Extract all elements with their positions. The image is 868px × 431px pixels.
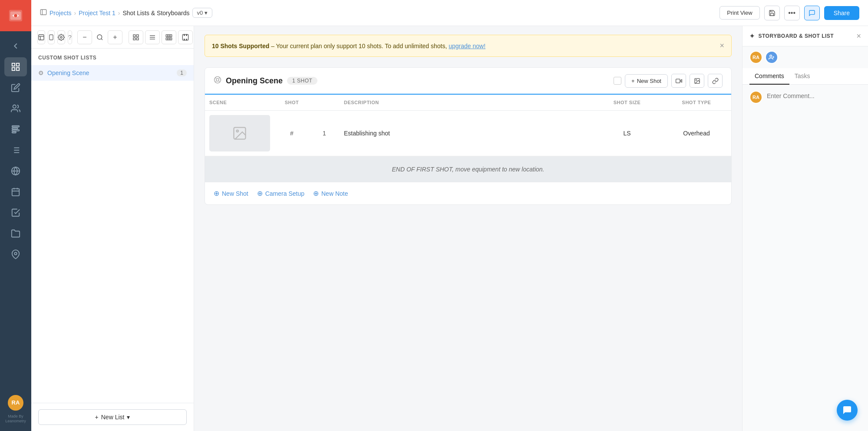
svg-rect-30	[50, 35, 53, 40]
zoom-out-btn[interactable]: −	[77, 30, 92, 44]
svg-rect-46	[168, 38, 170, 40]
nav-location[interactable]	[4, 245, 27, 264]
sidebar-item-label: Opening Scene	[47, 69, 173, 76]
col-shot: SHOT	[274, 98, 309, 107]
sidebar-settings-btn[interactable]	[57, 30, 65, 44]
tab-tasks[interactable]: Tasks	[789, 68, 815, 85]
view-filmstrip-btn[interactable]	[178, 30, 193, 44]
comment-user-avatar: RA	[749, 91, 762, 104]
shot-scene-num: #	[274, 126, 309, 140]
close-panel-button[interactable]: ×	[856, 32, 861, 40]
svg-rect-4	[17, 63, 19, 66]
new-note-button[interactable]: ⊕ New Note	[313, 189, 348, 197]
sidebar-header: CUSTOM SHOT LISTS	[31, 49, 194, 65]
new-shot-footer-button[interactable]: ⊕ New Shot	[214, 189, 248, 197]
svg-point-2	[14, 14, 17, 17]
sidebar-item-opening-scene[interactable]: ⚙ Opening Scene 1	[31, 65, 194, 81]
svg-point-7	[13, 105, 16, 108]
app-footer: RA Made By Leanometry	[0, 388, 31, 431]
svg-point-32	[60, 36, 62, 38]
breadcrumb-projects[interactable]: Projects	[50, 10, 72, 16]
nav-check[interactable]	[4, 203, 27, 222]
user-avatar-panel-2[interactable]	[765, 51, 778, 64]
app-sidebar: RA Made By Leanometry	[0, 0, 31, 431]
share-button[interactable]: Share	[824, 6, 859, 20]
add-video-btn[interactable]	[671, 74, 686, 88]
svg-rect-20	[12, 189, 20, 196]
new-list-button[interactable]: + New List ▾	[38, 409, 187, 425]
left-sidebar: ? − +	[31, 26, 194, 431]
sidebar-layout-btn[interactable]	[37, 30, 45, 44]
svg-marker-59	[680, 79, 682, 82]
tab-comments[interactable]: Comments	[749, 68, 789, 85]
user-avatar[interactable]: RA	[8, 395, 23, 411]
svg-point-33	[97, 35, 102, 39]
save-icon-button[interactable]	[764, 6, 780, 20]
shot-type: Overhead	[662, 126, 731, 140]
nav-list[interactable]	[4, 141, 27, 160]
add-image-btn[interactable]	[690, 74, 704, 88]
svg-rect-60	[676, 79, 680, 83]
scene-header-actions: + New Shot	[614, 74, 723, 88]
svg-rect-37	[133, 38, 135, 40]
scene-gear-icon: ⚙	[38, 69, 44, 76]
nav-edit[interactable]	[4, 78, 27, 97]
scene-select-checkbox[interactable]	[614, 77, 621, 85]
svg-rect-42	[166, 35, 168, 37]
svg-rect-3	[12, 63, 15, 66]
new-shot-header-button[interactable]: + New Shot	[625, 74, 668, 88]
table-row[interactable]: # 1 Establishing shot LS Overhead	[205, 111, 731, 156]
print-view-button[interactable]: Print View	[719, 6, 759, 20]
more-options-button[interactable]: •••	[784, 6, 800, 20]
app-logo[interactable]	[0, 0, 31, 31]
view-grid4-btn[interactable]	[129, 30, 143, 44]
upgrade-link[interactable]: upgrade now!	[449, 43, 485, 49]
breadcrumb-project[interactable]: Project Test 1	[79, 10, 116, 16]
breadcrumb: Projects › Project Test 1 › Shot Lists &…	[40, 8, 716, 18]
svg-line-57	[215, 81, 216, 82]
zoom-percent-btn[interactable]	[94, 30, 106, 44]
comment-panel-button[interactable]	[804, 6, 820, 20]
nav-folder[interactable]	[4, 224, 27, 243]
nav-stripboard[interactable]	[4, 120, 27, 139]
view-grid3-btn[interactable]	[162, 30, 176, 44]
zoom-in-btn[interactable]: +	[108, 30, 122, 44]
nav-storyboard[interactable]	[4, 57, 27, 76]
nav-people[interactable]	[4, 99, 27, 118]
camera-setup-button[interactable]: ⊕ Camera Setup	[257, 189, 304, 197]
made-by-label: Made By Leanometry	[0, 414, 31, 424]
sidebar-list: ⚙ Opening Scene 1	[31, 65, 194, 403]
nav-globe[interactable]	[4, 161, 27, 181]
breadcrumb-sep-1: ›	[74, 10, 76, 16]
svg-rect-35	[133, 35, 135, 37]
sidebar-item-count: 1	[177, 69, 187, 76]
svg-line-56	[219, 81, 220, 82]
breadcrumb-sep-2: ›	[118, 10, 120, 16]
nav-calendar[interactable]	[4, 182, 27, 201]
svg-point-54	[216, 79, 219, 81]
alert-banner: 10 Shots Supported – Your current plan o…	[205, 35, 732, 57]
alert-close-button[interactable]: ×	[719, 41, 724, 50]
svg-rect-25	[40, 10, 46, 15]
editor-area: 10 Shots Supported – Your current plan o…	[194, 26, 742, 431]
chat-bubble-button[interactable]	[837, 400, 858, 421]
link-btn[interactable]	[708, 74, 723, 88]
zoom-controls: − +	[77, 30, 122, 44]
shot-description: Establishing shot	[340, 126, 592, 140]
svg-rect-52	[186, 39, 187, 40]
svg-point-65	[770, 55, 772, 57]
version-badge[interactable]: v0 ▾	[192, 8, 213, 18]
col-scene: SCENE	[205, 98, 274, 107]
user-avatar-panel-1[interactable]: RA	[749, 51, 762, 64]
col-description: DESCRIPTION	[340, 98, 592, 107]
sidebar-phone-btn[interactable]	[48, 30, 55, 44]
svg-rect-38	[136, 38, 139, 40]
top-bar: Projects › Project Test 1 › Shot Lists &…	[31, 0, 868, 26]
nav-back[interactable]	[4, 36, 27, 56]
right-panel: ✦ STORYBOARD & SHOT LIST × RA Comments T…	[742, 26, 868, 431]
sidebar-help-btn[interactable]: ?	[68, 30, 72, 44]
view-list-btn[interactable]	[145, 30, 160, 44]
app-nav	[0, 31, 31, 388]
svg-rect-44	[170, 35, 172, 37]
comment-input[interactable]	[767, 91, 861, 101]
